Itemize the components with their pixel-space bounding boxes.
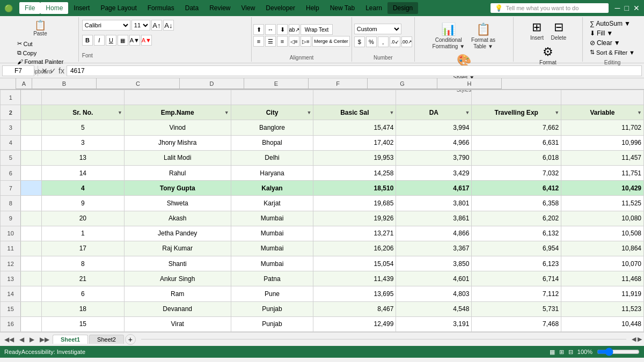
filter-variable[interactable]: ▼: [637, 110, 642, 115]
cell-sr[interactable]: 8: [41, 256, 124, 271]
cell-travel[interactable]: 7,112: [472, 286, 561, 301]
cell-city[interactable]: Karjat: [231, 196, 313, 211]
header-emp-name[interactable]: Emp.Name ▼: [124, 105, 231, 120]
cell-travel[interactable]: 6,123: [472, 256, 561, 271]
orientation-button[interactable]: ab↗: [289, 24, 299, 35]
tab-scroll-left[interactable]: ◀◀: [2, 336, 16, 343]
cell-city[interactable]: Delhi: [231, 150, 313, 165]
cell-basic[interactable]: 19,953: [313, 150, 396, 165]
cell-da[interactable]: 4,601: [396, 271, 472, 286]
font-color-button[interactable]: A▼: [141, 35, 152, 46]
cell-name[interactable]: Jhony Mishra: [124, 135, 231, 150]
row-num[interactable]: 14: [1, 286, 21, 301]
menu-design[interactable]: Design: [387, 2, 418, 14]
col-header-c[interactable]: C: [97, 78, 180, 89]
cell-sr[interactable]: 20: [41, 211, 124, 226]
cell-basic[interactable]: 16,206: [313, 241, 396, 256]
cell-sr[interactable]: 5: [41, 120, 124, 135]
cell-basic[interactable]: 8,467: [313, 301, 396, 316]
zoom-slider[interactable]: [597, 348, 640, 356]
cell-a2[interactable]: [21, 105, 41, 120]
row-num[interactable]: 8: [1, 196, 21, 211]
cell-sr[interactable]: 1: [41, 226, 124, 241]
cell-variable[interactable]: 11,468: [561, 271, 644, 286]
fill-color-button[interactable]: A▼: [129, 35, 140, 46]
cell-sr[interactable]: 14: [41, 165, 124, 180]
row-num[interactable]: 3: [1, 120, 21, 135]
cell-a1[interactable]: [21, 90, 41, 105]
decrease-indent-button[interactable]: ◁≡: [289, 36, 299, 47]
sheet-tab-2[interactable]: Sheet2: [89, 335, 124, 344]
header-city[interactable]: City ▼: [231, 105, 313, 120]
cell-sr[interactable]: 6: [41, 286, 124, 301]
bold-button[interactable]: B: [82, 35, 93, 46]
cell-sr[interactable]: 21: [41, 271, 124, 286]
cell-name[interactable]: Rahul: [124, 165, 231, 180]
row-num[interactable]: 6: [1, 165, 21, 180]
cell-g1[interactable]: [472, 90, 561, 105]
cell-travel[interactable]: 6,358: [472, 196, 561, 211]
cell-variable[interactable]: 10,080: [561, 211, 644, 226]
autosum-button[interactable]: ∑ AutoSum ▼: [588, 19, 633, 28]
cell-sr[interactable]: 17: [41, 241, 124, 256]
cell-name[interactable]: Shweta: [124, 196, 231, 211]
cell-da[interactable]: 3,429: [396, 165, 472, 180]
filter-travel[interactable]: ▼: [554, 110, 559, 115]
cell-basic[interactable]: 12,499: [313, 316, 396, 331]
row-num[interactable]: 7: [1, 181, 21, 196]
filter-basic-sal[interactable]: ▼: [389, 110, 394, 115]
underline-button[interactable]: U: [106, 35, 116, 46]
cell-city[interactable]: Banglore: [231, 120, 313, 135]
cell-sr[interactable]: 9: [41, 196, 124, 211]
cell-c1[interactable]: [124, 90, 231, 105]
border-button[interactable]: ▦: [118, 35, 128, 46]
cut-button[interactable]: ✂ Cut: [15, 40, 66, 48]
minimize-btn[interactable]: ─: [615, 4, 620, 12]
cell-city[interactable]: Pune: [231, 286, 313, 301]
menu-view[interactable]: View: [236, 2, 261, 14]
cell-variable[interactable]: 11,751: [561, 165, 644, 180]
cell-travel[interactable]: 6,132: [472, 226, 561, 241]
cell-a[interactable]: [21, 271, 41, 286]
cell-a[interactable]: [21, 120, 41, 135]
cell-city[interactable]: Punjab: [231, 301, 313, 316]
cell-basic[interactable]: 15,054: [313, 256, 396, 271]
cell-basic[interactable]: 13,695: [313, 286, 396, 301]
comma-button[interactable]: ,: [378, 36, 389, 47]
cell-da[interactable]: 4,548: [396, 301, 472, 316]
cell-name[interactable]: Akash: [124, 211, 231, 226]
cell-da[interactable]: 4,803: [396, 286, 472, 301]
cell-city[interactable]: Mumbai: [231, 241, 313, 256]
sort-filter-button[interactable]: ⇅ Sort & Filter ▼: [588, 48, 637, 56]
cell-name[interactable]: Devanand: [124, 301, 231, 316]
row-num-2[interactable]: 2: [1, 105, 21, 120]
cell-a[interactable]: [21, 165, 41, 180]
row-num[interactable]: 10: [1, 226, 21, 241]
insert-cells-button[interactable]: ⊞ Insert: [527, 19, 546, 42]
cancel-formula-icon[interactable]: ✕: [41, 67, 48, 75]
menu-developer[interactable]: Developer: [260, 2, 301, 14]
cell-variable[interactable]: 11,457: [561, 150, 644, 165]
cell-d1[interactable]: [231, 90, 313, 105]
font-shrink-button[interactable]: A↓: [163, 20, 174, 31]
cell-travel[interactable]: 7,662: [472, 120, 561, 135]
col-header-f[interactable]: F: [309, 78, 368, 89]
header-travel[interactable]: Travelling Exp ▼: [472, 105, 561, 120]
menu-insert[interactable]: Insert: [68, 2, 95, 14]
cell-da[interactable]: 3,367: [396, 241, 472, 256]
col-header-e[interactable]: E: [244, 78, 309, 89]
cell-variable[interactable]: 10,508: [561, 226, 644, 241]
font-grow-button[interactable]: A↑: [151, 20, 162, 31]
col-header-h[interactable]: H: [437, 78, 502, 89]
cell-basic[interactable]: 14,258: [313, 165, 396, 180]
sheet-tab-1[interactable]: Sheet1: [53, 335, 88, 344]
delete-cells-button[interactable]: ⊟ Delete: [548, 19, 568, 42]
cell-travel[interactable]: 6,631: [472, 135, 561, 150]
header-da[interactable]: DA ▼: [396, 105, 472, 120]
cell-city[interactable]: Patna: [231, 271, 313, 286]
cell-name[interactable]: Vinod: [124, 120, 231, 135]
cell-sr[interactable]: 15: [41, 316, 124, 331]
format-painter-button[interactable]: 🖌 Format Painter: [15, 58, 66, 65]
wrap-text-button[interactable]: Wrap Text: [301, 24, 333, 35]
cell-da[interactable]: 4,866: [396, 226, 472, 241]
